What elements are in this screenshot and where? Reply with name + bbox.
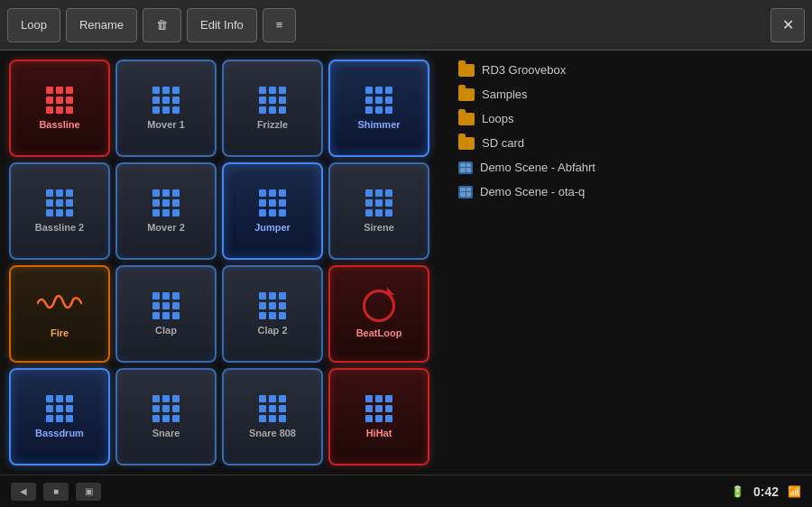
close-button[interactable]: ✕ — [770, 8, 805, 42]
delete-button[interactable]: 🗑 — [143, 8, 181, 42]
pad-label: Bassdrum — [35, 428, 84, 438]
pad-mover2[interactable]: Mover 2 — [115, 162, 217, 260]
pad-grid-icon — [152, 395, 180, 422]
close-icon: ✕ — [782, 16, 794, 33]
file-item-label: SD card — [482, 136, 524, 150]
pad-label: Snare 808 — [249, 428, 296, 438]
pad-shimmer[interactable]: Shimmer — [328, 60, 429, 157]
folder-icon — [458, 113, 475, 125]
rename-label: Rename — [79, 18, 124, 32]
pad-label: Frizzle — [257, 119, 288, 130]
main-area: BasslineMover 1FrizzleShimmerBassline 2M… — [0, 51, 812, 475]
nav-home-button[interactable]: ■ — [43, 483, 69, 501]
file-item-label: Demo Scene - ota-q — [480, 185, 585, 198]
folder-icon — [458, 137, 475, 150]
file-item[interactable]: RD3 Groovebox — [453, 60, 798, 80]
pad-label: Shimmer — [357, 119, 400, 130]
pad-label: Snare — [152, 428, 180, 438]
pad-bassline2[interactable]: Bassline 2 — [9, 162, 110, 260]
rename-button[interactable]: Rename — [66, 8, 137, 42]
pad-grid-icon — [365, 395, 392, 422]
pad-snare[interactable]: Snare — [115, 368, 217, 466]
waveform-icon — [37, 290, 82, 318]
nav-recent-button[interactable]: ▣ — [76, 483, 101, 501]
pad-hihat[interactable]: HiHat — [328, 368, 429, 466]
pad-grid-icon — [46, 189, 73, 217]
pad-beatloop[interactable]: BeatLoop — [328, 265, 429, 363]
pad-label: Fire — [51, 327, 69, 338]
pad-snare808[interactable]: Snare 808 — [222, 368, 323, 466]
folder-icon — [458, 64, 475, 77]
pad-label: Jumper — [254, 222, 291, 233]
pad-label: Mover 2 — [147, 222, 185, 233]
loop-label: Loop — [21, 18, 47, 32]
battery-icon: 🔋 — [731, 485, 744, 498]
pad-frizzle[interactable]: Frizzle — [222, 60, 323, 157]
status-bar: ◀ ■ ▣ 🔋 0:42 📶 — [0, 475, 812, 507]
pad-label: Clap 2 — [257, 325, 287, 336]
pad-fire[interactable]: Fire — [9, 265, 110, 363]
pad-grid-icon — [259, 87, 286, 114]
pad-grid-icon — [152, 189, 180, 217]
menu-button[interactable]: ≡ — [263, 8, 297, 42]
status-time: 0:42 — [753, 484, 779, 499]
pad-grid-icon — [46, 395, 73, 422]
file-item-label: Loops — [482, 112, 513, 125]
fire-icon — [37, 290, 82, 322]
file-browser: RD3 GrooveboxSamplesLoopsSD cardDemo Sce… — [438, 51, 812, 475]
loop-icon — [363, 290, 395, 322]
edit-info-label: Edit Info — [200, 18, 244, 32]
menu-icon: ≡ — [276, 18, 283, 32]
pad-grid-icon — [365, 189, 392, 217]
pad-label: BeatLoop — [356, 327, 402, 338]
scene-icon — [458, 186, 473, 198]
pad-grid-icon — [152, 87, 180, 114]
pad-grid-icon — [46, 87, 73, 114]
pad-label: Mover 1 — [147, 119, 185, 130]
pad-sirene[interactable]: Sirene — [328, 162, 429, 260]
pad-mover1[interactable]: Mover 1 — [115, 60, 217, 157]
file-item-label: Samples — [482, 88, 528, 101]
file-item[interactable]: Demo Scene - ota-q — [453, 181, 798, 202]
status-right: 🔋 0:42 📶 — [731, 484, 801, 499]
file-item[interactable]: SD card — [453, 133, 798, 153]
toolbar: Loop Rename 🗑 Edit Info ≡ ✕ — [0, 0, 812, 51]
pad-grid-icon — [365, 87, 392, 114]
delete-icon: 🗑 — [156, 18, 168, 32]
nav-buttons: ◀ ■ ▣ — [11, 483, 101, 501]
folder-icon — [458, 88, 475, 101]
loop-button[interactable]: Loop — [7, 8, 60, 42]
pad-grid-icon — [152, 292, 180, 319]
pad-bassdrum[interactable]: Bassdrum — [9, 368, 110, 466]
pad-grid-icon — [259, 292, 286, 319]
pad-label: Sirene — [364, 222, 394, 233]
nav-back-button[interactable]: ◀ — [11, 483, 36, 501]
pad-label: HiHat — [366, 428, 392, 438]
file-item[interactable]: Samples — [453, 84, 798, 105]
pad-clap2[interactable]: Clap 2 — [222, 265, 323, 363]
pad-baseline[interactable]: Bassline — [9, 60, 110, 157]
pad-label: Clap — [155, 325, 177, 336]
file-item[interactable]: Loops — [453, 108, 798, 129]
pad-label: Bassline 2 — [35, 222, 84, 233]
pad-label: Bassline — [39, 119, 79, 130]
pad-jumper[interactable]: Jumper — [222, 162, 323, 260]
pad-grid: BasslineMover 1FrizzleShimmerBassline 2M… — [0, 51, 438, 475]
pad-grid-icon — [259, 189, 286, 217]
scene-icon — [458, 161, 473, 174]
file-item-label: RD3 Groovebox — [482, 63, 566, 77]
wifi-icon: 📶 — [788, 485, 801, 498]
file-item[interactable]: Demo Scene - Abfahrt — [453, 157, 798, 178]
edit-info-button[interactable]: Edit Info — [187, 8, 257, 42]
file-item-label: Demo Scene - Abfahrt — [480, 161, 595, 174]
pad-grid-icon — [259, 395, 286, 422]
pad-clap[interactable]: Clap — [115, 265, 217, 363]
